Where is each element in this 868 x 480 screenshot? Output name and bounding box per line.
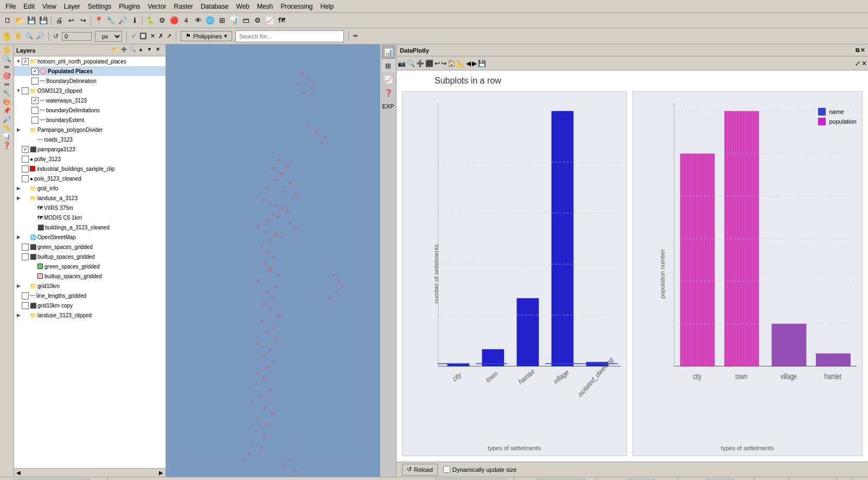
camera-icon[interactable]: 📷 <box>398 60 406 67</box>
layer-checkbox[interactable] <box>22 292 29 299</box>
prev-icon[interactable]: ◀ <box>466 60 471 67</box>
reload-button[interactable]: ↺ Reload <box>402 464 438 476</box>
plus-plotly-icon[interactable]: ➕ <box>416 60 424 67</box>
menu-item[interactable]: Database <box>197 3 232 10</box>
layer-item[interactable]: ▶ 📁 Pampanga_polygonDivider <box>14 125 165 135</box>
layer-checkbox[interactable] <box>22 244 29 251</box>
menu-item[interactable]: Processing <box>277 3 316 10</box>
expander-icon[interactable]: ▶ <box>15 126 22 133</box>
layer-checkbox[interactable] <box>22 156 29 163</box>
paint-icon[interactable]: 🎨 <box>3 98 11 106</box>
layer-item[interactable]: ▼ Populated Places <box>14 66 165 76</box>
help-icon[interactable]: ❓ <box>3 142 11 149</box>
home-plotly-icon[interactable]: 🏠 <box>448 60 456 67</box>
plugin4-icon[interactable]: 4️ <box>181 15 192 26</box>
expander-icon[interactable]: ▶ <box>15 234 22 240</box>
layer-checkbox[interactable] <box>22 302 29 309</box>
layer-checkbox[interactable] <box>31 68 39 75</box>
select-icon[interactable]: 🔧 <box>105 15 116 26</box>
zoom-in-icon[interactable]: 🔍 <box>25 33 33 40</box>
chart-scatter-icon[interactable]: ⊞ <box>382 59 395 72</box>
layer-item[interactable]: ▼ ● pofw_3123 <box>14 154 165 164</box>
close-panel-icon[interactable]: ✕ <box>860 47 865 54</box>
identify-icon[interactable]: ℹ <box>129 15 140 26</box>
layer-item[interactable]: ▶ 📁 landuse_a_3123 <box>14 193 165 203</box>
unit-select[interactable]: px mm <box>95 31 122 42</box>
layer-checkbox[interactable] <box>22 175 29 182</box>
menu-item[interactable]: Vector <box>145 3 170 10</box>
expander-icon[interactable]: ▶ <box>15 312 22 318</box>
layer-item[interactable]: ▼ green_spaces_gridded <box>14 261 165 271</box>
expander-icon[interactable]: ▶ <box>15 185 22 191</box>
undo-icon[interactable]: ↩ <box>66 15 76 26</box>
expander-icon[interactable]: ▼ <box>15 87 22 94</box>
undo-plotly-icon[interactable]: ↩ <box>435 60 440 67</box>
layer-item[interactable]: ▼ 〰 boundaryExtent <box>14 115 165 125</box>
update-size-label[interactable]: Dynamically update size <box>443 466 517 473</box>
layer-item[interactable]: ▶ 📁 landuse_3123_clipped <box>14 310 165 320</box>
edit-pencil-icon[interactable]: ✏ <box>353 33 358 40</box>
arrow-icon[interactable]: ↗ <box>167 33 171 40</box>
menu-item[interactable]: Help <box>317 3 337 10</box>
menu-item[interactable]: Edit <box>20 3 38 10</box>
green-icon[interactable]: ✓ <box>131 33 136 40</box>
layer-item[interactable]: ▼ ⬛ buildings_a_3123_cleaned <box>14 222 165 232</box>
layer-checkbox[interactable] <box>22 58 29 65</box>
layers-close-icon[interactable]: ✕ <box>156 47 163 54</box>
menu-item[interactable]: Web <box>233 3 252 10</box>
pan-map-icon[interactable]: ✋ <box>15 33 22 40</box>
layers-add-icon[interactable]: ➕ <box>121 47 129 54</box>
layer-item[interactable]: ▼ ⬛ green_spaces_gridded <box>14 242 165 252</box>
layer-item[interactable]: ▼ 📁 hotosm_phl_north_populated_places <box>14 56 165 66</box>
layer-checkbox[interactable] <box>31 107 39 114</box>
pan-icon[interactable]: 🖐 <box>2 32 11 41</box>
pan-tool-icon[interactable]: 🖐 <box>3 46 11 54</box>
search-input[interactable] <box>235 30 344 42</box>
layer-checkbox[interactable] <box>22 87 29 94</box>
select-icon2[interactable]: 🔲 <box>139 33 147 40</box>
dataplotly-icon[interactable]: 📈 <box>264 15 275 26</box>
zoom-plotly-icon[interactable]: 🔍 <box>407 60 415 67</box>
stats-icon[interactable]: 📊 <box>228 15 239 26</box>
layer-item[interactable]: ▼ builtup_spaces_gridded <box>14 271 165 281</box>
zoom-tool-icon[interactable]: 🔍 <box>3 55 11 62</box>
print-icon[interactable]: 🖨 <box>54 15 65 26</box>
layer-item[interactable]: ▶ 🌐 OpenStreetMap <box>14 232 165 242</box>
map-canvas[interactable] <box>166 44 380 477</box>
layer-item[interactable]: ▼ ⬛ builtup_spaces_gridded <box>14 252 165 261</box>
aspect-icon[interactable]: 📐 <box>457 60 465 67</box>
rotation-input[interactable] <box>62 32 92 41</box>
open-project-icon[interactable]: 📂 <box>14 15 25 26</box>
edit-tool-icon[interactable]: ✏ <box>4 63 10 71</box>
dbmanager-icon[interactable]: 🗃 <box>240 15 251 26</box>
layer-item[interactable]: ▶ 📁 grid_info <box>14 183 165 193</box>
layer-checkbox[interactable] <box>22 146 29 153</box>
help-chart-icon[interactable]: ❓ <box>382 86 395 99</box>
layer-item[interactable]: ▼ ⬛ grid10km copy <box>14 300 165 310</box>
layer-item[interactable]: ▼ 〰 BoundaryDelineation <box>14 76 165 86</box>
table-icon[interactable]: ⊞ <box>216 15 227 26</box>
magnify-icon[interactable]: 🔎 <box>3 116 11 123</box>
layer-item[interactable]: ▼ 〰 boundaryDelimitations <box>14 105 165 115</box>
chart-bar-icon[interactable]: 📊 <box>382 46 395 59</box>
menu-item[interactable]: Raster <box>171 3 196 10</box>
layer-item[interactable]: ▼ 〰 roads_3123 <box>14 135 165 144</box>
scroll-right-icon[interactable]: ▶ <box>159 470 163 476</box>
layer-checkbox[interactable] <box>22 253 29 260</box>
dynamic-update-checkbox[interactable] <box>443 466 450 473</box>
layer-item[interactable]: ▶ 📁 grid10km <box>14 281 165 291</box>
scissors-icon[interactable]: ✂ <box>4 81 10 88</box>
target-icon[interactable]: 🎯 <box>3 72 11 80</box>
filter-icon[interactable]: 🔎 <box>117 15 128 26</box>
plugin2-icon[interactable]: ⚙ <box>157 15 168 26</box>
layers-filter-icon[interactable]: 🔍 <box>130 47 137 54</box>
processing-icon[interactable]: ⚙ <box>252 15 263 26</box>
pin-icon[interactable]: 📌 <box>3 107 11 114</box>
menu-item[interactable]: Settings <box>85 3 114 10</box>
layers-down-icon[interactable]: ▼ <box>147 47 155 54</box>
layer-checkbox[interactable] <box>31 97 39 104</box>
layer-item[interactable]: ▼ 📁 OSM3123_clipped <box>14 86 165 95</box>
menu-item[interactable]: Plugins <box>116 3 143 10</box>
layer-item[interactable]: ▼ ⬛ pampanga3123 <box>14 144 165 154</box>
qgis-icon[interactable]: 🗺 <box>276 15 287 26</box>
